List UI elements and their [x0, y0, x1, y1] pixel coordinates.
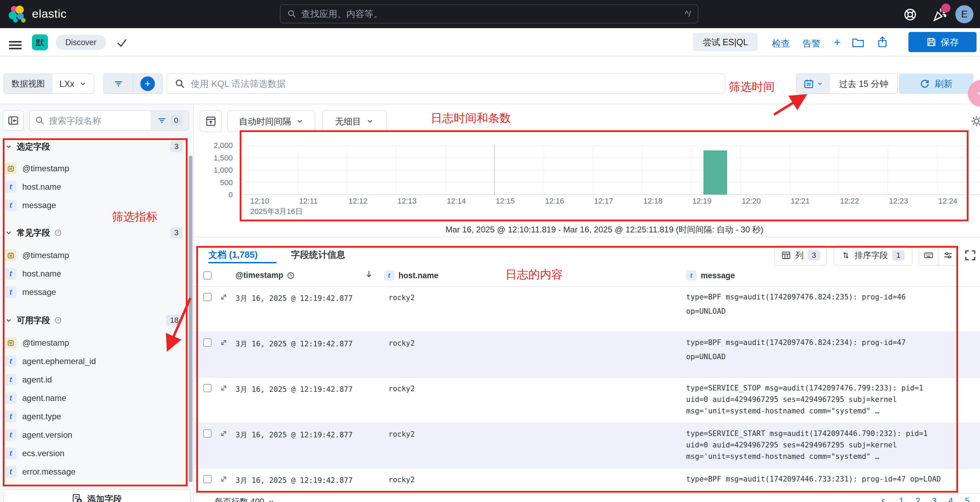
columns-button[interactable]: 列 3 — [775, 245, 827, 265]
field-item[interactable]: t host.name — [5, 178, 178, 196]
help-icon[interactable] — [903, 8, 917, 22]
try-esql-button[interactable]: 尝试 ES|QL — [693, 33, 758, 51]
field-filter-button[interactable]: 0 — [150, 111, 189, 130]
info-icon[interactable]: ? — [54, 229, 62, 237]
share-icon[interactable] — [876, 36, 889, 48]
table-row[interactable]: 3月 16, 2025 @ 12:19:42.877 rocky2 type=B… — [194, 469, 980, 493]
global-search-input[interactable] — [301, 9, 685, 19]
time-interval-dropdown[interactable]: 自动时间间隔 — [228, 110, 315, 132]
field-item[interactable]: t agent.version — [5, 426, 178, 444]
save-button[interactable]: 保存 — [908, 32, 977, 52]
table-row[interactable]: 3月 16, 2025 @ 12:19:42.877 rocky2 type=B… — [194, 332, 980, 378]
text-field-icon: t — [5, 392, 17, 404]
new-session-button[interactable]: + — [834, 35, 841, 49]
elastic-logo-icon[interactable] — [8, 5, 26, 23]
table-row[interactable]: 3月 16, 2025 @ 12:19:42.877 rocky2 type=S… — [194, 378, 980, 423]
field-item[interactable]: t agent.name — [5, 389, 178, 407]
field-search-box[interactable]: 0 — [29, 110, 189, 130]
display-options-button[interactable] — [938, 246, 958, 265]
row-checkbox[interactable] — [203, 475, 212, 483]
section-selected-fields[interactable]: 选定字段 3 — [5, 139, 183, 154]
cell-timestamp: 3月 16, 2025 @ 12:19:42.877 — [235, 476, 353, 485]
histogram-bar[interactable] — [703, 151, 727, 195]
kql-query-input[interactable] — [191, 78, 718, 89]
expand-document-icon[interactable] — [220, 429, 228, 438]
row-checkbox[interactable] — [203, 338, 212, 347]
page-number[interactable]: 2 — [915, 496, 920, 502]
fullscreen-icon[interactable] — [964, 249, 976, 261]
news-feed-icon[interactable] — [932, 7, 948, 22]
svg-text:?: ? — [57, 231, 59, 235]
plus-circle-icon: + — [140, 76, 155, 91]
page-number[interactable]: 1 — [899, 496, 904, 502]
alerts-link[interactable]: 告警 — [802, 38, 821, 50]
expand-document-icon[interactable] — [220, 338, 228, 347]
expand-document-icon[interactable] — [220, 384, 228, 392]
field-item[interactable]: t error.message — [5, 462, 178, 481]
sort-fields-button[interactable]: 排序字段 1 — [834, 245, 912, 265]
chart-options-gear-icon[interactable] — [970, 115, 980, 127]
select-all-checkbox[interactable] — [203, 271, 212, 280]
open-folder-icon[interactable] — [852, 37, 864, 49]
info-icon[interactable]: ? — [54, 316, 62, 324]
inspect-link[interactable]: 检查 — [772, 38, 790, 50]
keyboard-shortcuts-button[interactable] — [919, 246, 938, 265]
expand-document-icon[interactable] — [220, 475, 228, 483]
x-axis-tick: 12:11 — [299, 197, 318, 206]
global-search-box[interactable]: ^/ — [280, 5, 698, 23]
sliders-icon — [943, 251, 953, 260]
field-item[interactable]: t agent.id — [5, 370, 178, 389]
column-header-host[interactable]: t host.name — [384, 270, 438, 281]
data-view-picker[interactable]: 数据视图 LXx — [3, 74, 94, 94]
refresh-button[interactable]: 刷新 — [899, 74, 974, 94]
field-search-input[interactable] — [49, 116, 150, 126]
breakdown-dropdown[interactable]: 无细目 — [322, 110, 387, 132]
field-item[interactable]: t agent.ephemeral_id — [5, 352, 178, 370]
add-filter-button[interactable]: + — [133, 74, 162, 94]
sort-descending-icon[interactable] — [364, 269, 374, 279]
table-row[interactable]: 3月 16, 2025 @ 12:19:42.877 rocky2 type=S… — [194, 423, 980, 469]
chevron-left-icon[interactable] — [880, 497, 887, 502]
field-item[interactable]: @timestamp — [5, 334, 178, 352]
page-number[interactable]: 3 — [932, 496, 937, 502]
column-header-timestamp[interactable]: @timestamp — [235, 271, 295, 280]
column-header-message[interactable]: t message — [686, 270, 735, 281]
collapse-chart-button[interactable] — [200, 110, 222, 132]
add-field-button[interactable]: 添加字段 — [3, 489, 190, 502]
field-item[interactable]: t message — [5, 283, 178, 301]
section-count-badge: 3 — [170, 141, 183, 152]
field-item[interactable]: t ecs.version — [5, 444, 178, 462]
tab-field-statistics[interactable]: 字段统计信息 — [291, 249, 345, 261]
section-popular-fields[interactable]: 常见字段 ? 3 — [5, 225, 183, 240]
time-range-value[interactable]: 过去 15 分钟 — [830, 74, 897, 94]
menu-icon[interactable] — [9, 39, 22, 51]
breadcrumb[interactable]: Discover — [56, 35, 106, 50]
row-checkbox[interactable] — [203, 429, 212, 438]
field-item[interactable]: t host.name — [5, 264, 178, 283]
tab-documents[interactable]: 文档 (1,785) — [208, 249, 258, 261]
kql-query-box[interactable] — [167, 74, 725, 94]
field-item[interactable]: @timestamp — [5, 246, 178, 264]
table-row[interactable]: 3月 16, 2025 @ 12:19:42.877 rocky2 type=B… — [194, 287, 980, 332]
filter-menu-button[interactable] — [104, 74, 133, 94]
collapse-sidebar-button[interactable] — [3, 110, 24, 130]
expand-document-icon[interactable] — [220, 293, 228, 301]
x-axis-tick: 12:23 — [889, 197, 908, 206]
time-picker-menu-button[interactable] — [797, 74, 830, 94]
row-checkbox[interactable] — [203, 384, 212, 392]
sidebar-scrollbar[interactable] — [189, 156, 192, 482]
x-axis-tick: 12:10 — [250, 197, 269, 206]
data-view-value[interactable]: LXx — [52, 74, 94, 94]
row-checkbox[interactable] — [203, 293, 212, 301]
field-item[interactable]: @timestamp — [5, 159, 178, 178]
x-axis-tick: 12:14 — [447, 197, 466, 206]
field-item[interactable]: t agent.type — [5, 407, 178, 426]
cell-host: rocky2 — [388, 294, 415, 302]
avatar[interactable]: E — [955, 5, 974, 23]
section-available-fields[interactable]: 可用字段 ? 18 — [5, 313, 183, 328]
field-item[interactable]: t message — [5, 196, 178, 214]
page-number[interactable]: 4 — [948, 496, 953, 502]
page-number[interactable]: 5 — [965, 496, 969, 502]
space-badge[interactable]: 默 — [32, 34, 48, 50]
rows-per-page-button[interactable]: 每页行数 400 — [215, 496, 275, 502]
